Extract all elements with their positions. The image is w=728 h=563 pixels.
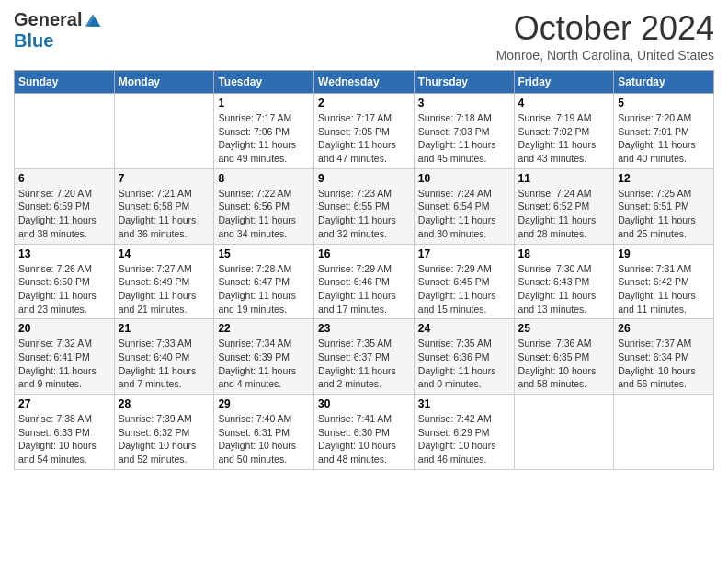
day-number: 11 xyxy=(518,172,610,185)
day-info: Sunrise: 7:20 AM Sunset: 7:01 PM Dayligh… xyxy=(618,111,710,166)
calendar-table: SundayMondayTuesdayWednesdayThursdayFrid… xyxy=(14,70,714,470)
day-number: 1 xyxy=(218,97,310,109)
calendar-week-2: 6Sunrise: 7:20 AM Sunset: 6:59 PM Daylig… xyxy=(15,168,714,244)
calendar-cell: 2Sunrise: 7:17 AM Sunset: 7:05 PM Daylig… xyxy=(314,94,415,169)
day-number: 9 xyxy=(318,172,410,185)
calendar-cell: 27Sunrise: 7:38 AM Sunset: 6:33 PM Dayli… xyxy=(15,395,115,470)
day-number: 13 xyxy=(18,247,110,260)
calendar-cell: 4Sunrise: 7:19 AM Sunset: 7:02 PM Daylig… xyxy=(514,94,614,169)
day-info: Sunrise: 7:29 AM Sunset: 6:46 PM Dayligh… xyxy=(318,262,410,316)
logo-icon xyxy=(84,11,102,29)
day-number: 29 xyxy=(218,397,310,410)
day-info: Sunrise: 7:24 AM Sunset: 6:52 PM Dayligh… xyxy=(518,187,610,241)
calendar-cell: 5Sunrise: 7:20 AM Sunset: 7:01 PM Daylig… xyxy=(614,94,714,169)
day-info: Sunrise: 7:25 AM Sunset: 6:51 PM Dayligh… xyxy=(618,187,710,241)
weekday-header-wednesday: Wednesday xyxy=(314,71,415,94)
calendar-cell: 6Sunrise: 7:20 AM Sunset: 6:59 PM Daylig… xyxy=(15,168,115,244)
calendar-cell: 12Sunrise: 7:25 AM Sunset: 6:51 PM Dayli… xyxy=(614,168,714,244)
logo-blue-text: Blue xyxy=(14,30,53,51)
calendar-cell: 15Sunrise: 7:28 AM Sunset: 6:47 PM Dayli… xyxy=(214,244,314,319)
calendar-cell: 18Sunrise: 7:30 AM Sunset: 6:43 PM Dayli… xyxy=(514,244,614,319)
day-info: Sunrise: 7:20 AM Sunset: 6:59 PM Dayligh… xyxy=(18,187,110,241)
day-number: 22 xyxy=(218,322,310,335)
calendar-cell: 10Sunrise: 7:24 AM Sunset: 6:54 PM Dayli… xyxy=(414,168,514,244)
logo-general-text: General xyxy=(14,9,82,30)
weekday-header-tuesday: Tuesday xyxy=(214,71,314,94)
day-number: 27 xyxy=(18,397,110,410)
calendar-cell xyxy=(514,395,614,470)
calendar-cell: 20Sunrise: 7:32 AM Sunset: 6:41 PM Dayli… xyxy=(15,319,115,395)
calendar-cell: 11Sunrise: 7:24 AM Sunset: 6:52 PM Dayli… xyxy=(514,168,614,244)
day-number: 10 xyxy=(418,172,510,185)
day-number: 3 xyxy=(418,97,510,109)
calendar-week-4: 20Sunrise: 7:32 AM Sunset: 6:41 PM Dayli… xyxy=(15,319,714,395)
day-number: 31 xyxy=(418,397,510,410)
calendar-cell: 23Sunrise: 7:35 AM Sunset: 6:37 PM Dayli… xyxy=(314,319,415,395)
calendar-cell: 17Sunrise: 7:29 AM Sunset: 6:45 PM Dayli… xyxy=(414,244,514,319)
calendar-cell: 3Sunrise: 7:18 AM Sunset: 7:03 PM Daylig… xyxy=(414,94,514,169)
calendar-cell: 21Sunrise: 7:33 AM Sunset: 6:40 PM Dayli… xyxy=(114,319,214,395)
day-number: 12 xyxy=(618,172,710,185)
day-info: Sunrise: 7:30 AM Sunset: 6:43 PM Dayligh… xyxy=(518,262,610,316)
day-info: Sunrise: 7:24 AM Sunset: 6:54 PM Dayligh… xyxy=(418,187,510,241)
day-number: 4 xyxy=(518,97,610,109)
day-info: Sunrise: 7:22 AM Sunset: 6:56 PM Dayligh… xyxy=(218,187,310,241)
day-info: Sunrise: 7:35 AM Sunset: 6:37 PM Dayligh… xyxy=(318,337,410,391)
day-info: Sunrise: 7:21 AM Sunset: 6:58 PM Dayligh… xyxy=(119,187,210,241)
calendar-cell: 8Sunrise: 7:22 AM Sunset: 6:56 PM Daylig… xyxy=(214,168,314,244)
weekday-header-saturday: Saturday xyxy=(614,71,714,94)
day-number: 24 xyxy=(418,322,510,335)
calendar-cell: 9Sunrise: 7:23 AM Sunset: 6:55 PM Daylig… xyxy=(314,168,415,244)
calendar-week-1: 1Sunrise: 7:17 AM Sunset: 7:06 PM Daylig… xyxy=(15,94,714,169)
calendar-cell xyxy=(614,395,714,470)
weekday-header-thursday: Thursday xyxy=(414,71,514,94)
day-number: 7 xyxy=(119,172,210,185)
day-number: 6 xyxy=(18,172,110,185)
logo: General Blue xyxy=(14,9,102,52)
day-number: 21 xyxy=(119,322,210,335)
day-info: Sunrise: 7:27 AM Sunset: 6:49 PM Dayligh… xyxy=(119,262,210,316)
day-number: 14 xyxy=(119,247,210,260)
day-number: 25 xyxy=(518,322,610,335)
calendar-cell: 31Sunrise: 7:42 AM Sunset: 6:29 PM Dayli… xyxy=(414,395,514,470)
calendar-cell: 7Sunrise: 7:21 AM Sunset: 6:58 PM Daylig… xyxy=(114,168,214,244)
day-info: Sunrise: 7:41 AM Sunset: 6:30 PM Dayligh… xyxy=(318,412,410,466)
day-number: 26 xyxy=(618,322,710,335)
day-number: 17 xyxy=(418,247,510,260)
day-number: 8 xyxy=(218,172,310,185)
day-info: Sunrise: 7:29 AM Sunset: 6:45 PM Dayligh… xyxy=(418,262,510,316)
day-info: Sunrise: 7:28 AM Sunset: 6:47 PM Dayligh… xyxy=(218,262,310,316)
day-number: 20 xyxy=(18,322,110,335)
calendar-week-5: 27Sunrise: 7:38 AM Sunset: 6:33 PM Dayli… xyxy=(15,395,714,470)
calendar-cell: 25Sunrise: 7:36 AM Sunset: 6:35 PM Dayli… xyxy=(514,319,614,395)
day-info: Sunrise: 7:26 AM Sunset: 6:50 PM Dayligh… xyxy=(18,262,110,316)
calendar-cell xyxy=(15,94,115,169)
month-title: October 2024 xyxy=(496,9,714,48)
day-info: Sunrise: 7:34 AM Sunset: 6:39 PM Dayligh… xyxy=(218,337,310,391)
calendar-cell: 16Sunrise: 7:29 AM Sunset: 6:46 PM Dayli… xyxy=(314,244,415,319)
day-number: 5 xyxy=(618,97,710,109)
weekday-header-friday: Friday xyxy=(514,71,614,94)
day-number: 2 xyxy=(318,97,410,109)
calendar-week-3: 13Sunrise: 7:26 AM Sunset: 6:50 PM Dayli… xyxy=(15,244,714,319)
calendar-cell: 28Sunrise: 7:39 AM Sunset: 6:32 PM Dayli… xyxy=(114,395,214,470)
calendar-cell: 30Sunrise: 7:41 AM Sunset: 6:30 PM Dayli… xyxy=(314,395,415,470)
calendar-header-row: SundayMondayTuesdayWednesdayThursdayFrid… xyxy=(15,71,714,94)
day-info: Sunrise: 7:40 AM Sunset: 6:31 PM Dayligh… xyxy=(218,412,310,466)
day-number: 16 xyxy=(318,247,410,260)
calendar-cell: 13Sunrise: 7:26 AM Sunset: 6:50 PM Dayli… xyxy=(15,244,115,319)
title-area: October 2024 Monroe, North Carolina, Uni… xyxy=(496,9,714,63)
day-info: Sunrise: 7:19 AM Sunset: 7:02 PM Dayligh… xyxy=(518,111,610,166)
calendar-cell: 1Sunrise: 7:17 AM Sunset: 7:06 PM Daylig… xyxy=(214,94,314,169)
weekday-header-monday: Monday xyxy=(114,71,214,94)
location-subtitle: Monroe, North Carolina, United States xyxy=(496,48,714,63)
day-number: 28 xyxy=(119,397,210,410)
day-number: 18 xyxy=(518,247,610,260)
calendar-cell: 22Sunrise: 7:34 AM Sunset: 6:39 PM Dayli… xyxy=(214,319,314,395)
calendar-cell: 26Sunrise: 7:37 AM Sunset: 6:34 PM Dayli… xyxy=(614,319,714,395)
day-info: Sunrise: 7:31 AM Sunset: 6:42 PM Dayligh… xyxy=(618,262,710,316)
day-number: 15 xyxy=(218,247,310,260)
calendar-cell xyxy=(114,94,214,169)
day-number: 19 xyxy=(618,247,710,260)
day-number: 23 xyxy=(318,322,410,335)
